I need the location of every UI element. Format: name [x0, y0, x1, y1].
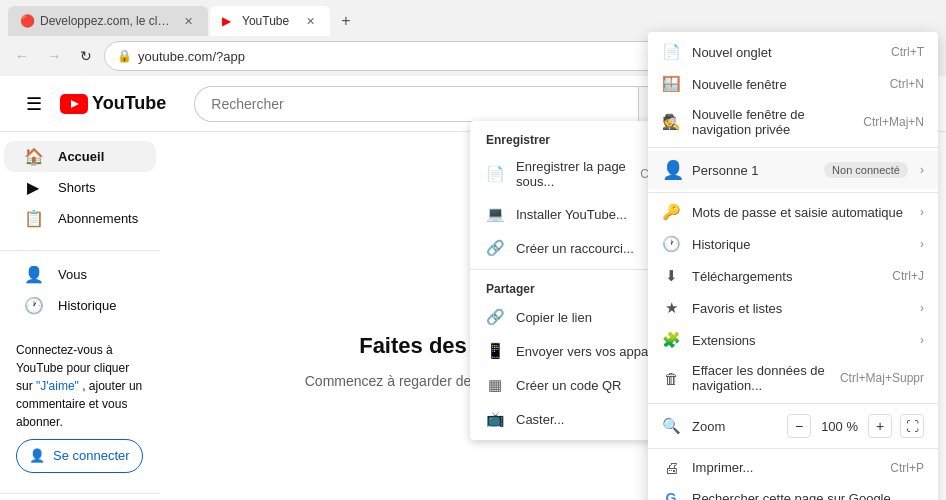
tab-developpez[interactable]: 🔴 Developpez.com, le club de d... ✕ [8, 6, 208, 36]
chrome-menu-item-telechargements[interactable]: ⬇ Téléchargements Ctrl+J [648, 260, 938, 292]
search-input[interactable] [194, 86, 638, 122]
zoom-minus-icon: − [795, 418, 803, 434]
chrome-menu-item-extensions[interactable]: 🧩 Extensions › [648, 324, 938, 356]
extensions-arrow: › [920, 333, 924, 347]
zoom-value: 100 % [815, 419, 864, 434]
chrome-menu-item-nouvelle-fenetre[interactable]: 🪟 Nouvelle fenêtre Ctrl+N [648, 68, 938, 100]
sidebar-divider-1 [0, 250, 160, 251]
tab-bar: 🔴 Developpez.com, le club de d... ✕ ▶ Yo… [0, 0, 946, 36]
tab-title-youtube: YouTube [242, 14, 289, 28]
zoom-minus-button[interactable]: − [787, 414, 811, 438]
not-connected-badge: Non connecté [824, 162, 908, 178]
chrome-divider-2 [648, 192, 938, 193]
sidebar-item-shorts[interactable]: ▶ Shorts [4, 172, 156, 203]
chrome-print-icon: 🖨 [662, 459, 680, 476]
reload-button[interactable]: ↻ [72, 42, 100, 70]
chrome-historique-label: Historique [692, 237, 751, 252]
youtube-logo-text: YouTube [92, 93, 166, 114]
chrome-favoris-label: Favoris et listes [692, 301, 782, 316]
sidebar-item-historique[interactable]: 🕐 Historique [4, 290, 156, 321]
cm-shortcut-icon: 🔗 [486, 239, 504, 257]
abonnements-icon: 📋 [24, 209, 42, 228]
profile-arrow: › [920, 163, 924, 177]
chrome-menu-item-passwords[interactable]: 🔑 Mots de passe et saisie automatique › [648, 196, 938, 228]
sidebar-item-accueil[interactable]: 🏠 Accueil [4, 141, 156, 172]
vous-icon: 👤 [24, 265, 42, 284]
cm-send-devices-icon: 📱 [486, 342, 504, 360]
sidebar-item-abonnements[interactable]: 📋 Abonnements [4, 203, 156, 234]
chrome-menu-item-private[interactable]: 🕵 Nouvelle fenêtre de navigation privée … [648, 100, 938, 144]
chrome-menu-item-effacer[interactable]: 🗑 Effacer les données de navigation... C… [648, 356, 938, 400]
cm-save-page-label: Enregistrer la page sous... [516, 159, 628, 189]
sidebar-divider-2 [0, 493, 160, 494]
tab-close-youtube[interactable]: ✕ [303, 14, 318, 29]
chrome-clear-label: Effacer les données de navigation... [692, 363, 828, 393]
profile-text: Personne 1 [692, 163, 812, 178]
back-button[interactable]: ← [8, 42, 36, 70]
chrome-extensions-icon: 🧩 [662, 331, 680, 349]
cm-install-icon: 💻 [486, 205, 504, 223]
sidebar-label-vous: Vous [58, 267, 87, 282]
hamburger-icon: ☰ [26, 93, 42, 115]
chrome-menu-item-historique[interactable]: 🕐 Historique › [648, 228, 938, 260]
cm-copy-link-label: Copier le lien [516, 310, 592, 325]
tab-youtube[interactable]: ▶ YouTube ✕ [210, 6, 330, 36]
youtube-logo[interactable]: YouTube [60, 93, 166, 114]
sidebar-label-accueil: Accueil [58, 149, 104, 164]
forward-button[interactable]: → [40, 42, 68, 70]
chrome-print-shortcut: Ctrl+P [890, 461, 924, 475]
chrome-menu-item-google-search[interactable]: G Rechercher cette page sur Google [648, 483, 938, 500]
sidebar-item-vous[interactable]: 👤 Vous [4, 259, 156, 290]
chrome-zoom-label: Zoom [692, 419, 725, 434]
passwords-arrow: › [920, 205, 924, 219]
zoom-controls: − 100 % + ⛶ [787, 414, 924, 438]
cm-shortcut-label: Créer un raccourci... [516, 241, 634, 256]
cm-qrcode-label: Créer un code QR [516, 378, 622, 393]
chrome-download-icon: ⬇ [662, 267, 680, 285]
chrome-menu-item-favoris[interactable]: ★ Favoris et listes › [648, 292, 938, 324]
chrome-menu-item-imprimer[interactable]: 🖨 Imprimer... Ctrl+P [648, 452, 938, 483]
chrome-menu-item-nouvel-onglet[interactable]: 📄 Nouvel onglet Ctrl+T [648, 36, 938, 68]
cm-cast-icon: 📺 [486, 410, 504, 428]
chrome-new-window-label: Nouvelle fenêtre [692, 77, 787, 92]
zoom-plus-icon: + [876, 418, 884, 434]
chrome-divider-3 [648, 403, 938, 404]
accueil-icon: 🏠 [24, 147, 42, 166]
search-container: 🔍 [194, 86, 694, 122]
signin-label: Se connecter [53, 446, 130, 466]
chrome-zoom-icon: 🔍 [662, 417, 680, 435]
chrome-extensions-label: Extensions [692, 333, 756, 348]
chrome-private-label: Nouvelle fenêtre de navigation privée [692, 107, 851, 137]
signin-button[interactable]: 👤 Se connecter [16, 439, 143, 473]
new-tab-button[interactable]: + [332, 7, 360, 35]
historique-icon: 🕐 [24, 296, 42, 315]
sidebar: 🏠 Accueil ▶ Shorts 📋 Abonnements 👤 Vous … [0, 133, 160, 500]
zoom-fullscreen-button[interactable]: ⛶ [900, 414, 924, 438]
sidebar-label-abonnements: Abonnements [58, 211, 138, 226]
signin-description: Connectez-vous à YouTube pour cliquer su… [16, 341, 144, 431]
chrome-new-tab-icon: 📄 [662, 43, 680, 61]
sidebar-label-shorts: Shorts [58, 180, 96, 195]
tab-close-developpez[interactable]: ✕ [181, 14, 196, 29]
sidebar-account-section: 👤 Vous 🕐 Historique [0, 259, 160, 329]
signin-link[interactable]: "J'aime" [36, 379, 79, 393]
chrome-private-icon: 🕵 [662, 113, 680, 131]
secure-icon: 🔒 [117, 49, 132, 63]
chrome-new-window-shortcut: Ctrl+N [890, 77, 924, 91]
profile-name: Personne 1 [692, 163, 812, 178]
chrome-new-window-icon: 🪟 [662, 75, 680, 93]
chrome-clear-icon: 🗑 [662, 370, 680, 387]
zoom-fullscreen-icon: ⛶ [906, 419, 919, 434]
chrome-private-shortcut: Ctrl+Maj+N [863, 115, 924, 129]
chrome-google-icon: G [662, 490, 680, 500]
zoom-plus-button[interactable]: + [868, 414, 892, 438]
cm-copy-link-icon: 🔗 [486, 308, 504, 326]
chrome-historique-icon: 🕐 [662, 235, 680, 253]
historique-arrow: › [920, 237, 924, 251]
signin-text-2: , ajouter un commentaire et vous abonner… [16, 379, 142, 429]
cm-qrcode-icon: ▦ [486, 376, 504, 394]
chrome-menu: 📄 Nouvel onglet Ctrl+T 🪟 Nouvelle fenêtr… [648, 32, 938, 500]
chrome-menu-item-profile[interactable]: 👤 Personne 1 Non connecté › [648, 151, 938, 189]
tab-favicon-youtube: ▶ [222, 14, 236, 28]
hamburger-button[interactable]: ☰ [16, 86, 52, 122]
